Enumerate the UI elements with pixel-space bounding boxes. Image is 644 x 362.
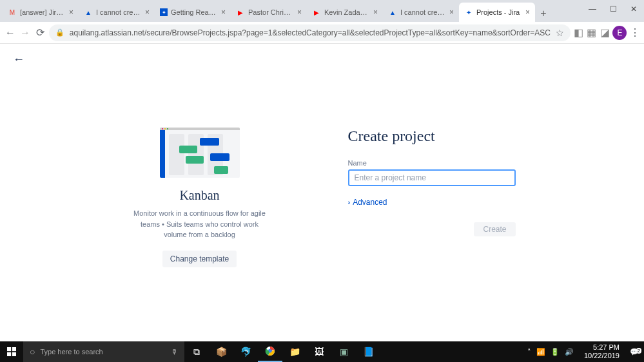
form-heading: Create project bbox=[348, 128, 516, 145]
tab-title: Pastor Chriss Desi bbox=[248, 8, 293, 16]
jira-icon: ✦ bbox=[160, 8, 168, 16]
bookmark-star-icon[interactable]: ☆ bbox=[556, 28, 564, 38]
close-icon[interactable]: × bbox=[220, 8, 227, 17]
battery-icon[interactable]: 🔋 bbox=[551, 348, 560, 356]
taskbar-app-icon[interactable]: 🐬 bbox=[233, 341, 258, 362]
start-button[interactable] bbox=[0, 341, 23, 362]
close-window-button[interactable]: ✕ bbox=[623, 0, 644, 18]
url-text: aquilang.atlassian.net/secure/BrowseProj… bbox=[70, 28, 551, 37]
system-tray[interactable]: ˄ 📶 🔋 🔊 bbox=[522, 348, 579, 356]
profile-avatar[interactable]: E bbox=[612, 25, 627, 41]
new-tab-button[interactable]: + bbox=[535, 5, 552, 22]
clock-time: 5:27 PM bbox=[584, 343, 620, 352]
browser-tabstrip: M [answer] Jira Serv × ▲ I cannot create… bbox=[0, 0, 644, 22]
file-explorer-icon[interactable]: 📁 bbox=[282, 341, 307, 362]
tab-title: Projects - Jira bbox=[476, 8, 521, 16]
reload-button[interactable]: ⟳ bbox=[34, 24, 46, 42]
tab-title: Kevin Zadai - YouT bbox=[324, 8, 369, 16]
gmail-icon: M bbox=[8, 8, 17, 17]
browser-toolbar: ← → ⟳ 🔒 aquilang.atlassian.net/secure/Br… bbox=[0, 22, 644, 44]
tab-title: [answer] Jira Serv bbox=[20, 8, 64, 16]
template-title: Kanban bbox=[129, 188, 271, 203]
lock-icon: 🔒 bbox=[55, 28, 64, 37]
volume-icon[interactable]: 🔊 bbox=[565, 348, 574, 356]
maximize-button[interactable]: ☐ bbox=[603, 0, 623, 18]
browser-tab[interactable]: ▲ I cannot create a n × bbox=[79, 3, 155, 22]
chrome-app-icon[interactable] bbox=[258, 341, 282, 362]
close-icon[interactable]: × bbox=[68, 8, 75, 17]
page-content: ← Kanban Monitor work in a continuous fl… bbox=[0, 44, 644, 314]
svg-rect-1 bbox=[12, 347, 16, 351]
browser-tab[interactable]: ▶ Pastor Chriss Desi × bbox=[231, 3, 307, 22]
browser-menu-button[interactable]: ⋮ bbox=[629, 25, 640, 41]
close-icon[interactable]: × bbox=[296, 8, 303, 17]
kanban-illustration bbox=[160, 128, 240, 178]
browser-tab[interactable]: M [answer] Jira Serv × bbox=[3, 3, 79, 22]
advanced-toggle[interactable]: ›Advanced bbox=[348, 198, 516, 207]
youtube-icon: ▶ bbox=[236, 8, 245, 17]
taskbar-app-icon[interactable]: 🖼 bbox=[307, 341, 331, 362]
windows-taskbar: ○ Type here to search 🎙 ⧉ 📦 🐬 📁 🖼 ▣ 📘 ˄ … bbox=[0, 341, 644, 362]
search-icon: ○ bbox=[30, 347, 35, 357]
browser-tab-active[interactable]: ✦ Projects - Jira × bbox=[459, 3, 535, 22]
project-name-input[interactable] bbox=[348, 169, 516, 186]
extension-icon[interactable]: ◪ bbox=[600, 25, 610, 41]
extension-icon[interactable]: ◧ bbox=[573, 25, 584, 41]
taskbar-search[interactable]: ○ Type here to search 🎙 bbox=[23, 341, 184, 362]
taskbar-app-icon[interactable]: 📦 bbox=[209, 341, 233, 362]
nav-forward-button[interactable]: → bbox=[19, 24, 31, 42]
browser-tab[interactable]: ▲ I cannot create a n × bbox=[383, 3, 459, 22]
task-view-button[interactable]: ⧉ bbox=[184, 341, 209, 362]
browser-tab[interactable]: ✦ Getting Ready for × bbox=[155, 3, 231, 22]
create-button[interactable]: Create bbox=[474, 222, 515, 236]
tab-title: I cannot create a n bbox=[400, 8, 445, 16]
address-bar[interactable]: 🔒 aquilang.atlassian.net/secure/BrowsePr… bbox=[49, 24, 571, 41]
browser-tab[interactable]: ▶ Kevin Zadai - YouT × bbox=[307, 3, 383, 22]
tab-title: Getting Ready for bbox=[171, 8, 217, 16]
advanced-label: Advanced bbox=[353, 198, 387, 207]
page-back-button[interactable]: ← bbox=[13, 53, 24, 66]
wifi-icon[interactable]: 📶 bbox=[536, 348, 545, 356]
tab-title: I cannot create a n bbox=[96, 8, 141, 16]
jira-icon: ✦ bbox=[464, 8, 473, 17]
clock-date: 10/22/2019 bbox=[584, 352, 620, 360]
close-icon[interactable]: × bbox=[524, 8, 531, 17]
close-icon[interactable]: × bbox=[372, 8, 379, 17]
window-controls: — ☐ ✕ bbox=[582, 0, 644, 18]
close-icon[interactable]: × bbox=[144, 8, 151, 17]
name-label: Name bbox=[348, 159, 516, 167]
minimize-button[interactable]: — bbox=[582, 0, 603, 18]
taskbar-app-icon[interactable]: ▣ bbox=[331, 341, 356, 362]
create-project-form: Create project Name ›Advanced Create bbox=[348, 128, 516, 267]
close-icon[interactable]: × bbox=[448, 8, 455, 17]
search-placeholder: Type here to search bbox=[40, 348, 102, 356]
mic-icon[interactable]: 🎙 bbox=[171, 348, 178, 356]
taskbar-app-icon[interactable]: 📘 bbox=[356, 341, 380, 362]
atlassian-icon: ▲ bbox=[388, 8, 397, 17]
nav-back-button[interactable]: ← bbox=[4, 24, 16, 42]
svg-rect-2 bbox=[7, 352, 11, 356]
notif-badge: 2 bbox=[636, 348, 641, 354]
change-template-button[interactable]: Change template bbox=[162, 251, 237, 267]
extension-icon[interactable]: ▦ bbox=[586, 25, 597, 41]
youtube-icon: ▶ bbox=[312, 8, 321, 17]
template-description: Monitor work in a continuous flow for ag… bbox=[129, 208, 271, 240]
action-center-button[interactable]: 💬2 bbox=[625, 348, 644, 356]
atlassian-icon: ▲ bbox=[84, 8, 93, 17]
template-panel: Kanban Monitor work in a continuous flow… bbox=[129, 128, 271, 267]
taskbar-clock[interactable]: 5:27 PM 10/22/2019 bbox=[579, 343, 625, 360]
svg-rect-0 bbox=[7, 347, 11, 351]
chevron-right-icon: › bbox=[348, 198, 351, 206]
svg-rect-3 bbox=[12, 352, 16, 356]
tray-chevron-icon[interactable]: ˄ bbox=[527, 348, 531, 356]
